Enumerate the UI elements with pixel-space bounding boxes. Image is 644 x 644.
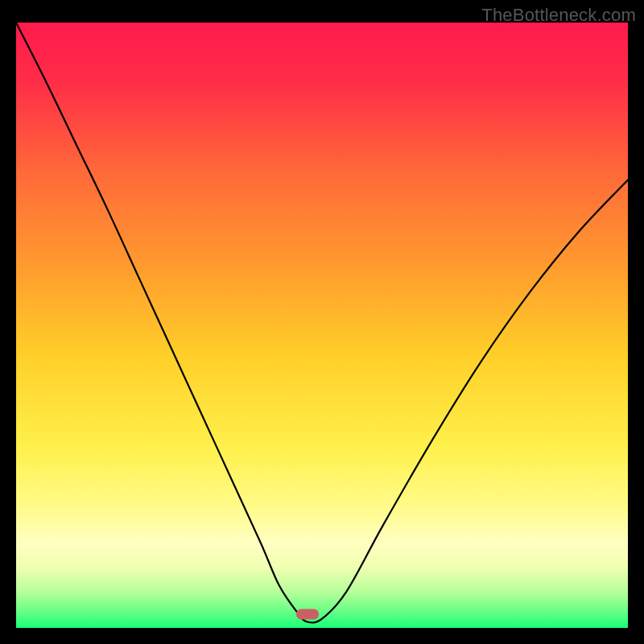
plot-area: [16, 23, 628, 628]
bottleneck-curve: [16, 23, 628, 623]
chart-frame: TheBottleneck.com: [0, 0, 644, 644]
curve-layer: [16, 23, 628, 628]
optimum-marker: [296, 609, 319, 619]
watermark-text: TheBottleneck.com: [481, 5, 636, 26]
